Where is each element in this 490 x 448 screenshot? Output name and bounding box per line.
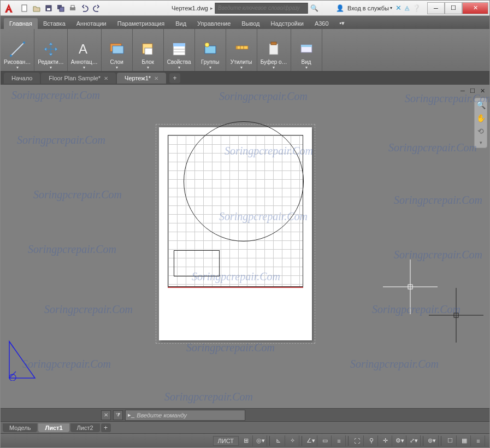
help-icon[interactable]: ❔ xyxy=(412,4,421,12)
ribbon-tab-7[interactable]: Надстройки xyxy=(265,18,309,29)
svg-rect-12 xyxy=(113,46,123,54)
cmd-recent-icon[interactable]: ⧩ xyxy=(113,410,123,420)
ribbon-panel-clip[interactable]: Буфер о…▾ xyxy=(257,29,291,71)
ribbon-tab-1[interactable]: Вставка xyxy=(38,18,71,29)
layout-tab-0[interactable]: Модель xyxy=(3,423,37,432)
qat-undo-icon[interactable] xyxy=(79,3,90,14)
layout-tab-2[interactable]: Лист2 xyxy=(70,423,100,432)
ribbon-panel-text[interactable]: AАннотац…▾ xyxy=(68,29,102,71)
status-customize-icon[interactable]: ≡ xyxy=(472,435,485,446)
status-workspace-icon[interactable]: ⊚▾ xyxy=(426,435,439,446)
ribbon-tab-5[interactable]: Управление xyxy=(192,18,236,29)
svg-text:A: A xyxy=(79,42,87,56)
watermark: Soringpcrepair.Com xyxy=(28,243,116,256)
minimize-button[interactable]: ─ xyxy=(427,2,445,14)
status-grid-icon[interactable]: ⊞ xyxy=(240,435,253,446)
command-input[interactable]: ▸_ Введите команду xyxy=(125,410,245,421)
svg-rect-0 xyxy=(22,5,27,11)
ribbon-panel-layers[interactable]: Слои▾ xyxy=(102,29,133,71)
status-polar-icon[interactable]: ✧ xyxy=(286,435,299,446)
ribbon-panel-utils[interactable]: Утилиты▾ xyxy=(226,29,257,71)
cmd-close-icon[interactable]: ✕ xyxy=(101,410,111,420)
status-lineweight-icon[interactable]: ≡ xyxy=(333,435,346,446)
status-scale-icon[interactable]: ⤢▾ xyxy=(408,435,421,446)
layout-tab-1[interactable]: Лист1 xyxy=(38,423,69,432)
status-otrack-icon[interactable]: ▭ xyxy=(318,435,332,446)
watermark: Soringpcrepair.Com xyxy=(388,142,477,154)
secondary-crosshair xyxy=(429,288,483,343)
nav-drop-icon[interactable]: ▾ xyxy=(480,140,482,145)
drawn-rectangle[interactable] xyxy=(174,250,220,276)
qat-print-icon[interactable] xyxy=(67,3,78,14)
qat-new-icon[interactable] xyxy=(19,3,30,14)
clip-icon xyxy=(265,40,282,58)
binoculars-icon[interactable]: 🔍 xyxy=(310,4,318,12)
viewport-close-icon[interactable]: ✕ xyxy=(479,87,486,95)
close-tab-icon[interactable]: ✕ xyxy=(104,75,108,81)
qat-redo-icon[interactable] xyxy=(91,3,102,14)
qat-open-icon[interactable] xyxy=(31,3,42,14)
status-mode[interactable]: ЛИСТ xyxy=(213,436,239,446)
move-icon xyxy=(42,40,60,58)
status-maximize-viewport-icon[interactable]: ⛶ xyxy=(351,435,364,446)
svg-rect-4 xyxy=(60,7,64,11)
ribbon-tab-3[interactable]: Параметризация xyxy=(112,18,170,29)
layout-viewport[interactable] xyxy=(168,135,303,287)
watermark: Soringpcrepair.Com xyxy=(11,89,100,102)
ribbon-panel-block[interactable]: Блок▾ xyxy=(133,29,164,71)
drawing-canvas[interactable]: ─ ☐ ✕ 🔍 ✋ ⟲ ▾ xyxy=(1,85,489,408)
status-monitor-icon[interactable]: ☐ xyxy=(444,435,457,446)
close-tab-icon[interactable]: ✕ xyxy=(154,75,158,81)
status-clean-icon[interactable]: ▦ xyxy=(458,435,471,446)
pan-icon[interactable]: ✋ xyxy=(476,114,486,122)
doc-tab-1[interactable]: Floor Plan Sample*✕ xyxy=(41,73,116,84)
qat-save-icon[interactable] xyxy=(43,3,54,14)
viewport-maximize-icon[interactable]: ☐ xyxy=(469,87,476,95)
status-annoscale-icon[interactable]: ⚲ xyxy=(365,435,378,446)
ucs-icon[interactable] xyxy=(5,337,43,381)
add-doc-tab[interactable]: + xyxy=(169,73,180,83)
status-annoadd-icon[interactable]: ✛ xyxy=(379,435,392,446)
search-input[interactable] xyxy=(215,3,308,14)
title-dropdown-icon[interactable]: ▸ xyxy=(210,5,213,11)
user-icon[interactable]: 👤 xyxy=(336,4,344,12)
doc-tab-2[interactable]: Чертеж1*✕ xyxy=(117,73,166,84)
orbit-icon[interactable]: ⟲ xyxy=(477,127,484,135)
status-annovis-icon[interactable]: ⚙▾ xyxy=(393,435,406,446)
viewport-minimize-icon[interactable]: ─ xyxy=(459,87,467,95)
a360-icon[interactable]: ◬ xyxy=(405,4,409,11)
ribbon-panel-line[interactable]: Рисован…▾ xyxy=(1,29,34,71)
block-icon xyxy=(139,40,157,58)
ribbon-panel-view[interactable]: Вид▾ xyxy=(291,29,322,71)
status-ortho-icon[interactable]: ⊾ xyxy=(272,435,285,446)
document-title: Чертеж1.dwg xyxy=(172,5,208,11)
navigation-bar[interactable]: 🔍 ✋ ⟲ ▾ xyxy=(474,98,487,148)
watermark: Soringpcrepair.Com xyxy=(33,188,122,201)
signin-link[interactable]: Вход в службы▾ xyxy=(347,5,392,11)
svg-rect-14 xyxy=(145,48,152,55)
status-snap-icon[interactable]: ◎▾ xyxy=(254,435,267,446)
ribbon-tab-2[interactable]: Аннотации xyxy=(71,18,112,29)
app-window: Чертеж1.dwg ▸ 🔍 👤 Вход в службы▾ ✕ ◬ ❔ ─… xyxy=(0,0,490,448)
ribbon-tab-0[interactable]: Главная xyxy=(4,18,38,29)
maximize-button[interactable]: ☐ xyxy=(445,2,462,14)
status-osnap-icon[interactable]: ∠▾ xyxy=(304,435,317,446)
ribbon-panel-group[interactable]: Группы▾ xyxy=(195,29,226,71)
drawn-circle[interactable] xyxy=(184,121,304,241)
ribbon-tab-6[interactable]: Вывод xyxy=(236,18,265,29)
ribbon-overflow-icon[interactable]: ▪▾ xyxy=(334,17,351,29)
close-button[interactable]: ✕ xyxy=(462,2,488,14)
quick-access-toolbar xyxy=(17,3,104,14)
zoom-icon[interactable]: 🔍 xyxy=(476,101,486,109)
doc-tab-0[interactable]: Начало xyxy=(4,73,40,84)
exchange-icon[interactable]: ✕ xyxy=(395,4,402,12)
app-logo[interactable] xyxy=(1,1,17,16)
ribbon-panel-props[interactable]: Свойства▾ xyxy=(164,29,195,71)
ribbon-tab-8[interactable]: A360 xyxy=(309,18,334,29)
ribbon-panel-move[interactable]: Редакти…▾ xyxy=(34,29,68,71)
svg-rect-16 xyxy=(173,43,185,46)
ribbon-tab-4[interactable]: Вид xyxy=(170,18,192,29)
qat-saveas-icon[interactable] xyxy=(55,3,66,14)
props-icon xyxy=(170,40,188,58)
add-layout-tab[interactable]: + xyxy=(101,423,111,432)
